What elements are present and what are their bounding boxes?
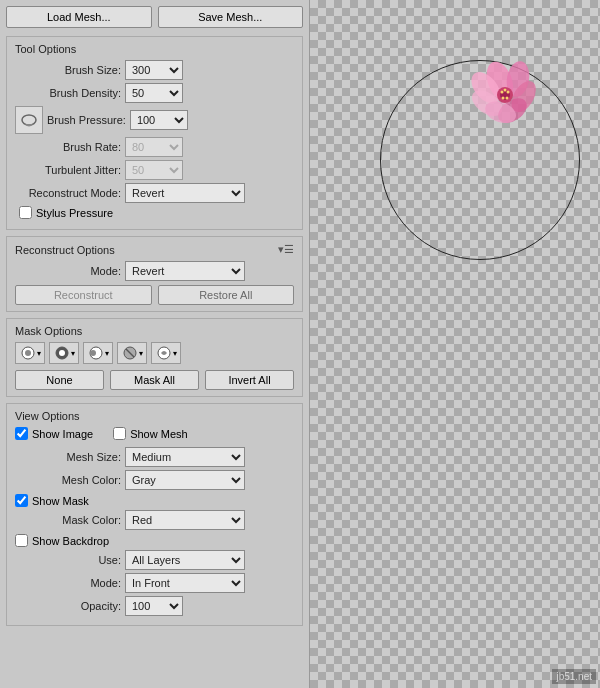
stylus-pressure-checkbox[interactable] [19,206,32,219]
reconstruct-buttons-row: Reconstruct Restore All [15,285,294,305]
mask-options-title: Mask Options [15,325,294,337]
reconstruct-mode-select[interactable]: RevertRigidStiff [125,183,245,203]
tool-options-title: Tool Options [15,43,294,55]
svg-point-2 [25,350,31,356]
invert-all-button[interactable]: Invert All [205,370,294,390]
stylus-pressure-label: Stylus Pressure [36,207,113,219]
use-row: Use: All LayersCurrent Layer [15,550,294,570]
mesh-color-label: Mesh Color: [15,474,125,486]
show-backdrop-row: Show Backdrop [15,534,294,547]
brush-pressure-select[interactable]: 1005075 [130,110,188,130]
mask-color-select[interactable]: RedGreenBlue [125,510,245,530]
show-image-label: Show Image [32,428,93,440]
turbulent-jitter-label: Turbulent Jitter: [15,164,125,176]
reconstruct-options-title: Reconstruct Options [15,244,115,256]
mask-button-row: None Mask All Invert All [15,370,294,390]
restore-all-button[interactable]: Restore All [158,285,295,305]
show-mesh-row: Show Mesh [113,427,187,440]
reconstruct-options-section: Reconstruct Options ▾☰ Mode: RevertRigid… [6,236,303,312]
canvas-area: jb51.net [310,0,600,688]
show-mesh-label: Show Mesh [130,428,187,440]
turbulent-jitter-select[interactable]: 50 [125,160,183,180]
opacity-label: Opacity: [15,600,125,612]
mask-icons-row: ▾ ▾ ▾ ▾ ▾ [15,342,294,364]
brush-density-label: Brush Density: [15,87,125,99]
mask-icon-btn-3[interactable]: ▾ [83,342,113,364]
svg-point-22 [502,97,505,100]
turbulent-jitter-row: Turbulent Jitter: 50 [15,160,294,180]
svg-point-21 [504,89,507,92]
brush-size-select[interactable]: 300100200 [125,60,183,80]
show-mask-row: Show Mask [15,494,294,507]
mesh-color-select[interactable]: GrayBlackWhite [125,470,245,490]
mode-select2[interactable]: In FrontBehind [125,573,245,593]
reconstruct-mode-select2[interactable]: RevertRigidStiff [125,261,245,281]
show-backdrop-label: Show Backdrop [32,535,109,547]
flower-image [460,55,550,135]
mask-icon-btn-5[interactable]: ▾ [151,342,181,364]
mesh-size-label: Mesh Size: [15,451,125,463]
tool-options-section: Tool Options Brush Size: 300100200 Brush… [6,36,303,230]
show-backdrop-checkbox[interactable] [15,534,28,547]
brush-size-row: Brush Size: 300100200 [15,60,294,80]
mode-row2: Mode: In FrontBehind [15,573,294,593]
show-mask-label: Show Mask [32,495,89,507]
show-mask-checkbox[interactable] [15,494,28,507]
save-mesh-button[interactable]: Save Mesh... [158,6,304,28]
reconstruct-mode-label: Reconstruct Mode: [15,187,125,199]
brush-size-label: Brush Size: [15,64,125,76]
svg-point-20 [507,91,510,94]
opacity-row: Opacity: 1007550 [15,596,294,616]
reconstruct-mode-row: Reconstruct Mode: RevertRigidStiff [15,183,294,203]
show-image-row: Show Image [15,427,93,440]
mask-color-row: Mask Color: RedGreenBlue [15,510,294,530]
brush-rate-label: Brush Rate: [15,141,125,153]
show-mesh-checkbox[interactable] [113,427,126,440]
mask-icon-btn-2[interactable]: ▾ [49,342,79,364]
top-buttons-row: Load Mesh... Save Mesh... [6,6,303,28]
brush-density-row: Brush Density: 502575 [15,83,294,103]
svg-point-23 [506,97,509,100]
watermark: jb51.net [552,669,596,684]
mask-color-label: Mask Color: [15,514,125,526]
brush-pressure-label: Brush Pressure: [47,114,130,126]
mesh-size-row: Mesh Size: MediumSmallLarge [15,447,294,467]
left-panel: Load Mesh... Save Mesh... Tool Options B… [0,0,310,688]
reconstruct-mode-row2: Mode: RevertRigidStiff [15,261,294,281]
use-select[interactable]: All LayersCurrent Layer [125,550,245,570]
use-label: Use: [15,554,125,566]
mask-all-button[interactable]: Mask All [110,370,199,390]
brush-density-select[interactable]: 502575 [125,83,183,103]
none-button[interactable]: None [15,370,104,390]
svg-point-19 [501,91,504,94]
mesh-color-row: Mesh Color: GrayBlackWhite [15,470,294,490]
reconstruct-options-icon: ▾☰ [278,243,294,256]
reconstruct-options-header: Reconstruct Options ▾☰ [15,243,294,256]
canvas-content [370,50,590,270]
mode-label2: Mode: [15,577,125,589]
mask-icon-btn-4[interactable]: ▾ [117,342,147,364]
svg-point-0 [22,115,36,125]
view-options-section: View Options Show Image Show Mesh Mesh S… [6,403,303,626]
view-options-title: View Options [15,410,294,422]
load-mesh-button[interactable]: Load Mesh... [6,6,152,28]
svg-point-6 [90,350,96,356]
opacity-select[interactable]: 1007550 [125,596,183,616]
brush-pressure-row: Brush Pressure: 1005075 [15,106,294,134]
stylus-pressure-row: Stylus Pressure [15,206,294,219]
svg-point-4 [59,350,65,356]
reconstruct-mode-label2: Mode: [15,265,125,277]
reconstruct-button[interactable]: Reconstruct [15,285,152,305]
show-image-checkbox[interactable] [15,427,28,440]
mesh-size-select[interactable]: MediumSmallLarge [125,447,245,467]
brush-rate-select[interactable]: 80 [125,137,183,157]
brush-icon[interactable] [15,106,43,134]
brush-rate-row: Brush Rate: 80 [15,137,294,157]
mask-icon-btn-1[interactable]: ▾ [15,342,45,364]
mask-options-section: Mask Options ▾ ▾ ▾ ▾ ▾ [6,318,303,397]
